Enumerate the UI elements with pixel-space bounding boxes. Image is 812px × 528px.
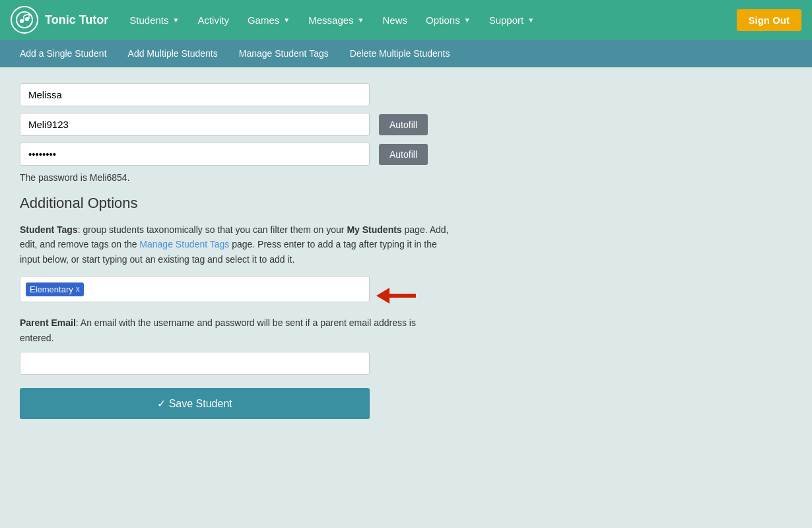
students-dropdown-arrow: ▼ <box>173 16 180 24</box>
tags-input-container[interactable]: Elementary x <box>20 276 370 302</box>
support-dropdown-arrow: ▼ <box>527 16 534 24</box>
arrow-head-icon <box>376 288 389 304</box>
nav-items: Students ▼ Activity Games ▼ Messages ▼ N… <box>121 9 736 31</box>
app-title: Tonic Tutor <box>45 13 108 27</box>
tag-label: Elementary <box>30 284 73 294</box>
svg-point-0 <box>17 12 32 28</box>
games-dropdown-arrow: ▼ <box>283 16 290 24</box>
sub-nav-add-single[interactable]: Add a Single Student <box>11 43 116 64</box>
password-autofill-button[interactable]: Autofill <box>379 144 428 165</box>
nav-item-messages[interactable]: Messages ▼ <box>300 9 372 31</box>
password-input[interactable] <box>20 143 370 166</box>
messages-dropdown-arrow: ▼ <box>358 16 364 24</box>
svg-line-5 <box>24 14 29 16</box>
parent-email-description: Parent Email: An email with the username… <box>20 315 449 345</box>
top-nav: Tonic Tutor Students ▼ Activity Games ▼ … <box>0 0 812 40</box>
nav-item-options[interactable]: Options ▼ <box>418 9 479 31</box>
sub-nav-add-multiple[interactable]: Add Multiple Students <box>119 43 227 64</box>
parent-email-input[interactable] <box>20 352 370 375</box>
parent-email-field-group <box>20 352 574 375</box>
sub-nav-manage-tags[interactable]: Manage Student Tags <box>230 43 338 64</box>
arrow-shaft <box>389 294 416 298</box>
student-tags-label: Student Tags <box>20 224 78 235</box>
svg-point-2 <box>25 17 29 21</box>
username-input[interactable] <box>20 113 370 136</box>
tag-remove-button[interactable]: x <box>76 284 80 294</box>
parent-email-section: Parent Email: An email with the username… <box>20 315 574 375</box>
tags-input-row: Elementary x <box>20 276 574 315</box>
nav-item-support[interactable]: Support ▼ <box>481 9 542 31</box>
manage-student-tags-link[interactable]: Manage Student Tags <box>139 239 229 249</box>
svg-point-1 <box>20 19 24 23</box>
nav-item-students[interactable]: Students ▼ <box>121 9 187 31</box>
username-autofill-button[interactable]: Autofill <box>379 114 428 135</box>
main-content: Autofill Autofill The password is Meli68… <box>0 67 594 435</box>
password-row: Autofill <box>20 143 574 166</box>
nav-item-activity[interactable]: Activity <box>189 9 237 31</box>
nav-item-games[interactable]: Games ▼ <box>240 9 298 31</box>
sub-nav-delete-multiple[interactable]: Delete Multiple Students <box>341 43 459 64</box>
options-dropdown-arrow: ▼ <box>464 16 471 24</box>
tag-elementary: Elementary x <box>26 282 84 296</box>
name-field-group <box>20 83 574 106</box>
student-name-input[interactable] <box>20 83 370 106</box>
additional-options-title: Additional Options <box>20 195 574 212</box>
username-row: Autofill <box>20 113 574 136</box>
student-tags-description: Student Tags: group students taxonomical… <box>20 222 449 267</box>
logo-icon <box>11 6 38 34</box>
save-student-button[interactable]: ✓ Save Student <box>20 388 370 419</box>
arrow-indicator <box>376 288 416 304</box>
logo-area: Tonic Tutor <box>11 6 108 34</box>
nav-item-news[interactable]: News <box>375 9 416 31</box>
my-students-bold: My Students <box>347 224 401 235</box>
sign-out-button[interactable]: Sign Out <box>737 9 802 31</box>
password-hint: The password is Meli6854. <box>20 172 574 183</box>
parent-email-label: Parent Email <box>20 317 76 328</box>
sub-nav: Add a Single Student Add Multiple Studen… <box>0 40 812 67</box>
